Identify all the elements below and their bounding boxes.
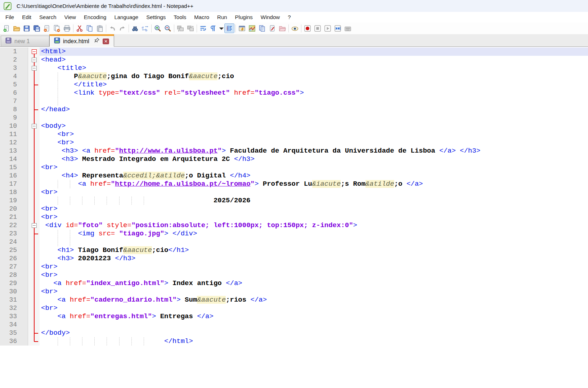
code-text[interactable]: <title> — [40, 64, 588, 72]
tab-new-1[interactable]: new 1 — [1, 36, 49, 46]
code-line-25[interactable]: 25 <h1> Tiago Bonif&aacute;cio</h1> — [0, 246, 588, 254]
code-line-24[interactable]: 24 — [0, 238, 588, 246]
code-text[interactable]: <body> — [40, 122, 588, 130]
code-text[interactable]: P&aacute;gina do Tiago Bonif&aacute;cio — [40, 72, 588, 81]
code-line-31[interactable]: 31 <a href="caderno_diario.html"> Sum&aa… — [0, 296, 588, 304]
code-line-15[interactable]: 15<br> — [0, 163, 588, 172]
stop-macro-button[interactable] — [313, 23, 323, 33]
chevron-down-button[interactable] — [218, 23, 224, 33]
document-list-button[interactable] — [257, 23, 267, 33]
code-line-23[interactable]: 23 <img src= "tiago.jpg"> </div> — [0, 230, 588, 238]
save-macro-button[interactable] — [343, 23, 353, 33]
code-line-9[interactable]: 9 — [0, 114, 588, 122]
fold-margin[interactable] — [28, 56, 40, 64]
code-line-7[interactable]: 7 — [0, 97, 588, 105]
code-line-19[interactable]: 19 2025/2026 — [0, 197, 588, 205]
code-text[interactable]: </html> — [40, 337, 588, 346]
undo-button[interactable] — [107, 23, 117, 33]
code-line-12[interactable]: 12 <br> — [0, 139, 588, 147]
code-text[interactable]: <h3> <a href="http://www.fa.ulisboa.pt">… — [40, 147, 588, 155]
new-file-button[interactable] — [1, 23, 12, 33]
close-file-button[interactable] — [42, 23, 52, 33]
code-text[interactable]: <a href="index_antigo.html"> Index antig… — [40, 279, 588, 288]
function-list-button[interactable] — [267, 23, 277, 33]
code-text[interactable]: <a href="entregas.html"> Entregas </a> — [40, 312, 588, 321]
code-text[interactable]: <br> — [40, 139, 588, 147]
play-macro-button[interactable] — [323, 23, 333, 33]
code-line-26[interactable]: 26 <h3> 20201223 </h3> — [0, 254, 588, 263]
code-text[interactable]: <br> — [40, 263, 588, 271]
redo-button[interactable] — [117, 23, 127, 33]
close-all-button[interactable] — [52, 23, 62, 33]
code-text[interactable]: <br> — [40, 130, 588, 139]
menu-macro[interactable]: Macro — [190, 13, 213, 22]
menu-run[interactable]: Run — [213, 13, 231, 22]
menu-plugins[interactable]: Plugins — [231, 13, 257, 22]
code-line-27[interactable]: 27<br> — [0, 263, 588, 271]
show-all-chars-button[interactable] — [208, 23, 218, 33]
run-macro-multiple-button[interactable] — [333, 23, 343, 33]
code-line-2[interactable]: 2<head> — [0, 56, 588, 64]
word-wrap-button[interactable] — [198, 23, 208, 33]
code-text[interactable]: <h3> Mestrado Integrado em Arquitetura 2… — [40, 155, 588, 163]
menu-settings[interactable]: Settings — [142, 13, 170, 22]
record-macro-button[interactable] — [302, 23, 313, 33]
menu-file[interactable]: File — [1, 13, 18, 22]
code-line-13[interactable]: 13 <h3> <a href="http://www.fa.ulisboa.p… — [0, 147, 588, 155]
close-tab-icon[interactable]: ✕ — [103, 39, 109, 44]
menu-encoding[interactable]: Encoding — [80, 13, 111, 22]
code-text[interactable]: <a href="caderno_diario.html"> Sum&aacut… — [40, 296, 588, 304]
document-map-button[interactable] — [247, 23, 257, 33]
fold-margin[interactable] — [28, 64, 40, 72]
menu-view[interactable]: View — [60, 13, 80, 22]
code-text[interactable] — [40, 114, 588, 122]
code-line-20[interactable]: 20<br> — [0, 205, 588, 213]
fold-margin[interactable] — [28, 48, 40, 56]
pin-icon[interactable] — [92, 37, 100, 45]
print-button[interactable] — [62, 23, 72, 33]
code-text[interactable]: <head> — [40, 56, 588, 64]
code-text[interactable]: <a href="http://home.fa.ulisboa.pt/~lrom… — [40, 180, 588, 188]
code-text[interactable] — [40, 97, 588, 105]
tab-index-html[interactable]: index.html✕ — [49, 34, 114, 47]
code-line-6[interactable]: 6 <link type="text/css" rel="stylesheet"… — [0, 89, 588, 97]
code-text[interactable]: </body> — [40, 329, 588, 337]
code-text[interactable] — [40, 321, 588, 329]
menu-help[interactable]: ? — [284, 13, 295, 22]
menu-window[interactable]: Window — [257, 13, 284, 22]
code-line-5[interactable]: 5 </title> — [0, 81, 588, 89]
code-line-17[interactable]: 17 <a href="http://home.fa.ulisboa.pt/~l… — [0, 180, 588, 188]
code-line-3[interactable]: 3 <title> — [0, 64, 588, 72]
code-text[interactable]: <br> — [40, 271, 588, 279]
code-line-18[interactable]: 18<br> — [0, 188, 588, 197]
code-text[interactable]: </head> — [40, 105, 588, 114]
code-text[interactable] — [40, 238, 588, 246]
fold-collapse-icon[interactable] — [32, 66, 37, 71]
code-line-21[interactable]: 21<br> — [0, 213, 588, 221]
user-commands-button[interactable] — [237, 23, 247, 33]
code-text[interactable]: <br> — [40, 188, 588, 197]
code-text[interactable]: <h1> Tiago Bonif&aacute;cio</h1> — [40, 246, 588, 254]
zoom-in-button[interactable] — [153, 23, 163, 33]
fold-margin[interactable] — [28, 122, 40, 130]
save-all-button[interactable] — [32, 23, 42, 33]
code-line-14[interactable]: 14 <h3> Mestrado Integrado em Arquitetur… — [0, 155, 588, 163]
code-text[interactable]: <br> — [40, 304, 588, 312]
code-line-1[interactable]: 1<html> — [0, 48, 588, 56]
code-text[interactable]: <html> — [40, 48, 588, 56]
code-line-11[interactable]: 11 <br> — [0, 130, 588, 139]
copy-button[interactable] — [85, 23, 95, 33]
code-line-35[interactable]: 35</body> — [0, 329, 588, 337]
zoom-out-button[interactable] — [163, 23, 173, 33]
fold-margin[interactable] — [28, 221, 40, 230]
code-text[interactable]: <h4> Representa&ccedil;&atilde;o Digital… — [40, 172, 588, 180]
indent-guide-button[interactable] — [224, 23, 234, 33]
code-text[interactable]: <br> — [40, 288, 588, 296]
code-text[interactable]: </title> — [40, 81, 588, 89]
code-text[interactable]: <img src= "tiago.jpg"> </div> — [40, 230, 588, 238]
replace-button[interactable]: ab — [140, 23, 150, 33]
code-text[interactable]: <br> — [40, 163, 588, 172]
menu-tools[interactable]: Tools — [170, 13, 190, 22]
menu-language[interactable]: Language — [110, 13, 142, 22]
code-line-34[interactable]: 34 — [0, 321, 588, 329]
